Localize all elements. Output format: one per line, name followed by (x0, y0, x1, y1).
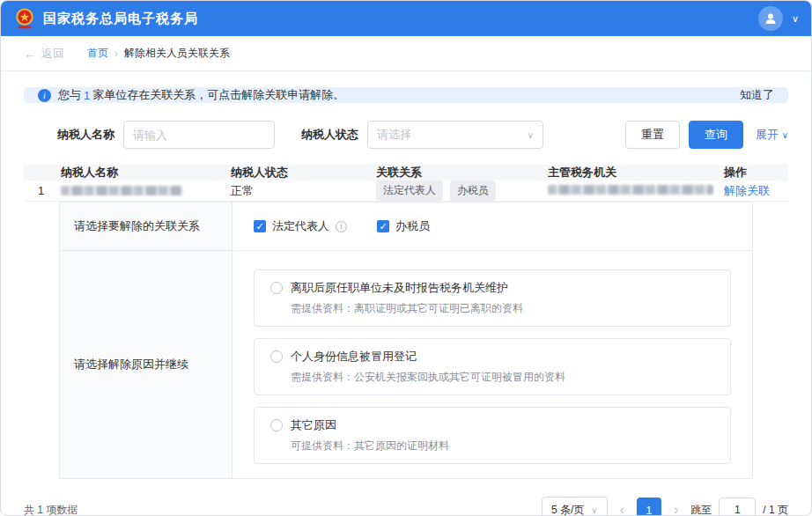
expand-toggle[interactable]: 展开 ∨ (756, 127, 788, 143)
back-label: 返回 (41, 46, 64, 62)
app-window: 国家税务总局电子税务局 ∨ ← 返回 首页 › 解除相关人员关联关系 i 您与 … (0, 0, 812, 516)
col-taxpayer-name: 纳税人名称 (24, 165, 231, 181)
banner-text-prefix: 您与 (58, 87, 81, 103)
info-circle-icon[interactable]: i (336, 221, 347, 232)
next-page-button[interactable]: › (672, 502, 680, 515)
reason-options: 离职后原任职单位未及时报告税务机关维护 需提供资料：离职证明或其它可证明已离职的… (233, 251, 752, 478)
taxpayer-status-select[interactable]: 请选择 ∨ (367, 121, 543, 149)
chevron-down-icon[interactable]: ∨ (792, 13, 799, 25)
row-relation-tags: 法定代表人 办税员 (376, 181, 548, 201)
reason-option-resigned[interactable]: 离职后原任职单位未及时报告税务机关维护 需提供资料：离职证明或其它可证明已离职的… (254, 269, 731, 327)
col-actions: 操作 (724, 165, 788, 181)
total-pages-label: / 1 页 (763, 503, 788, 516)
col-tax-authority: 主管税务机关 (548, 165, 724, 181)
relation-tag: 办税员 (450, 181, 496, 201)
row-status: 正常 (231, 183, 376, 199)
table-footer: 共 1 项数据 5 条/页 ∨ ‹ 1 › 跳至 / 1 页 (24, 497, 788, 515)
reason-title: 个人身份信息被冒用登记 (291, 349, 417, 365)
redacted-tax-authority (548, 185, 713, 195)
relation-checkboxes: ✓ 法定代表人 i ✓ 办税员 (233, 203, 752, 251)
top-header: 国家税务总局电子税务局 ∨ (1, 1, 811, 36)
reason-title: 离职后原任职单位未及时报告税务机关维护 (291, 280, 508, 296)
info-banner: i 您与 1 家单位存在关联关系，可点击解除关联申请解除。 知道了 (24, 87, 788, 103)
chevron-down-icon: ∨ (782, 130, 788, 140)
total-count: 共 1 项数据 (24, 503, 78, 516)
breadcrumb-separator: › (114, 48, 118, 60)
col-relation: 关联关系 (376, 165, 548, 181)
reason-title: 其它原因 (291, 417, 336, 433)
checkbox-checked-icon: ✓ (377, 220, 389, 232)
breadcrumb-current: 解除相关人员关联关系 (124, 46, 230, 61)
tax-bureau-logo (13, 7, 36, 30)
col-taxpayer-status: 纳税人状态 (231, 165, 376, 181)
page-size-value: 5 条/页 (551, 503, 584, 516)
checkbox-label: 办税员 (395, 218, 430, 234)
current-page-button[interactable]: 1 (637, 498, 661, 515)
redacted-taxpayer-name (61, 186, 182, 195)
taxpayer-status-label: 纳税人状态 (301, 127, 358, 143)
back-button[interactable]: ← 返回 (24, 46, 64, 62)
table-header: 纳税人名称 纳税人状态 关联关系 主管税务机关 操作 (24, 165, 788, 181)
jump-label: 跳至 (690, 503, 712, 516)
row-index: 1 (24, 184, 61, 197)
page-size-select[interactable]: 5 条/页 ∨ (542, 497, 608, 515)
main-content: i 您与 1 家单位存在关联关系，可点击解除关联申请解除。 知道了 纳税人名称 … (1, 71, 811, 515)
radio-icon[interactable] (270, 350, 283, 363)
taxpayer-name-input[interactable] (123, 121, 275, 149)
reason-desc: 需提供资料：公安机关报案回执或其它可证明被冒用的资料 (291, 370, 714, 385)
app-title: 国家税务总局电子税务局 (43, 11, 198, 27)
reason-option-identity-misuse[interactable]: 个人身份信息被冒用登记 需提供资料：公安机关报案回执或其它可证明被冒用的资料 (254, 338, 731, 395)
checkbox-label: 法定代表人 (272, 218, 329, 234)
info-icon: i (38, 89, 51, 102)
breadcrumb-home[interactable]: 首页 (87, 46, 108, 61)
reason-option-other[interactable]: 其它原因 可提供资料：其它原因的证明材料 (254, 407, 731, 464)
remove-relation-link[interactable]: 解除关联 (724, 184, 770, 197)
checkbox-checked-icon: ✓ (254, 220, 266, 232)
breadcrumb: ← 返回 首页 › 解除相关人员关联关系 (1, 36, 811, 71)
status-select-placeholder: 请选择 (377, 127, 411, 143)
jump-page-input[interactable] (719, 498, 756, 515)
reset-button[interactable]: 重置 (625, 121, 680, 149)
banner-text-suffix: 家单位存在关联关系，可点击解除关联申请解除。 (92, 87, 344, 103)
user-avatar[interactable] (758, 6, 783, 31)
pagination: 5 条/页 ∨ ‹ 1 › 跳至 / 1 页 (542, 497, 788, 515)
radio-icon[interactable] (270, 419, 283, 431)
checkbox-legal-representative[interactable]: ✓ 法定代表人 i (254, 218, 347, 234)
banner-count: 1 (84, 89, 90, 102)
chevron-down-icon: ∨ (528, 130, 534, 140)
filter-bar: 纳税人名称 纳税人状态 请选择 ∨ 重置 查询 展开 ∨ (24, 121, 788, 149)
prev-page-button[interactable]: ‹ (618, 502, 626, 515)
relation-select-label: 请选择要解除的关联关系 (60, 203, 233, 251)
reason-desc: 可提供资料：其它原因的证明材料 (291, 439, 714, 453)
user-icon (764, 11, 778, 26)
banner-dismiss-button[interactable]: 知道了 (740, 87, 774, 103)
chevron-down-icon: ∨ (591, 505, 597, 515)
reason-select-label: 请选择解除原因并继续 (60, 251, 233, 478)
checkbox-tax-clerk[interactable]: ✓ 办税员 (377, 218, 430, 234)
search-button[interactable]: 查询 (689, 121, 743, 149)
radio-icon[interactable] (270, 282, 283, 294)
expand-label: 展开 (756, 128, 779, 141)
taxpayer-name-label: 纳税人名称 (57, 127, 114, 143)
detail-panel: 请选择要解除的关联关系 ✓ 法定代表人 i ✓ 办税员 请选择解除原因并继续 (59, 202, 753, 479)
table-row: 1 正常 法定代表人 办税员 解除关联 (24, 181, 788, 202)
relation-tag: 法定代表人 (376, 181, 443, 201)
reason-desc: 需提供资料：离职证明或其它可证明已离职的资料 (291, 301, 714, 316)
back-arrow-icon: ← (24, 46, 37, 61)
